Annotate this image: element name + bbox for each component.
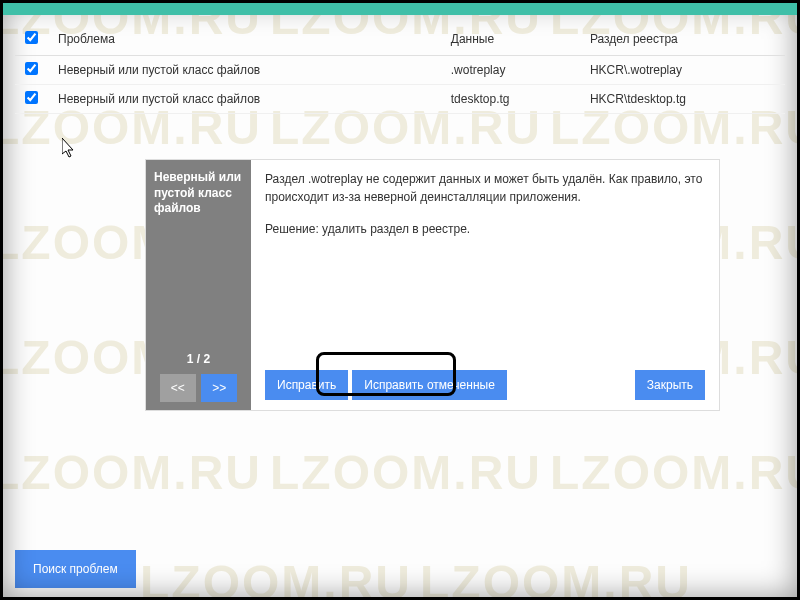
header-problem: Проблема	[48, 23, 441, 56]
watermark-text: LZOOM.RU	[420, 555, 692, 600]
details-title: Неверный или пустой класс файлов	[154, 170, 243, 217]
pager-next-button[interactable]: >>	[201, 374, 237, 402]
top-accent-bar	[3, 3, 797, 15]
row-checkbox[interactable]	[25, 91, 38, 104]
pager: 1 / 2 << >>	[154, 352, 243, 402]
details-sidebar: Неверный или пустой класс файлов 1 / 2 <…	[146, 160, 251, 410]
header-registry: Раздел реестра	[580, 23, 785, 56]
header-data: Данные	[441, 23, 580, 56]
watermark-text: LZOOM.RU	[0, 445, 262, 500]
table-row[interactable]: Неверный или пустой класс файлов tdeskto…	[15, 85, 785, 114]
watermark-text: LZOOM.RU	[140, 555, 412, 600]
details-panel: Неверный или пустой класс файлов 1 / 2 <…	[145, 159, 720, 411]
search-problems-button[interactable]: Поиск проблем	[15, 550, 136, 588]
cell-problem: Неверный или пустой класс файлов	[48, 56, 441, 85]
details-solution: Решение: удалить раздел в реестре.	[265, 220, 705, 238]
cell-problem: Неверный или пустой класс файлов	[48, 85, 441, 114]
close-button[interactable]: Закрыть	[635, 370, 705, 400]
cell-data: tdesktop.tg	[441, 85, 580, 114]
cell-registry: HKCR\tdesktop.tg	[580, 85, 785, 114]
header-checkbox-cell	[15, 23, 48, 56]
details-description: Раздел .wotreplay не содержит данных и м…	[265, 170, 705, 206]
details-text: Раздел .wotreplay не содержит данных и м…	[265, 170, 705, 238]
fix-marked-button[interactable]: Исправить отмеченные	[352, 370, 507, 400]
pager-prev-button[interactable]: <<	[160, 374, 196, 402]
select-all-checkbox[interactable]	[25, 31, 38, 44]
watermark-text: LZOOM.RU	[270, 445, 542, 500]
pager-label: 1 / 2	[154, 352, 243, 366]
row-checkbox[interactable]	[25, 62, 38, 75]
details-actions: Исправить Исправить отмеченные Закрыть	[265, 362, 705, 400]
cell-registry: HKCR\.wotreplay	[580, 56, 785, 85]
problems-table: Проблема Данные Раздел реестра Неверный …	[15, 23, 785, 114]
mouse-cursor-icon	[62, 138, 78, 160]
details-body: Раздел .wotreplay не содержит данных и м…	[251, 160, 719, 410]
watermark-text: LZOOM.RU	[550, 445, 800, 500]
fix-button[interactable]: Исправить	[265, 370, 348, 400]
cell-data: .wotreplay	[441, 56, 580, 85]
table-row[interactable]: Неверный или пустой класс файлов .wotrep…	[15, 56, 785, 85]
